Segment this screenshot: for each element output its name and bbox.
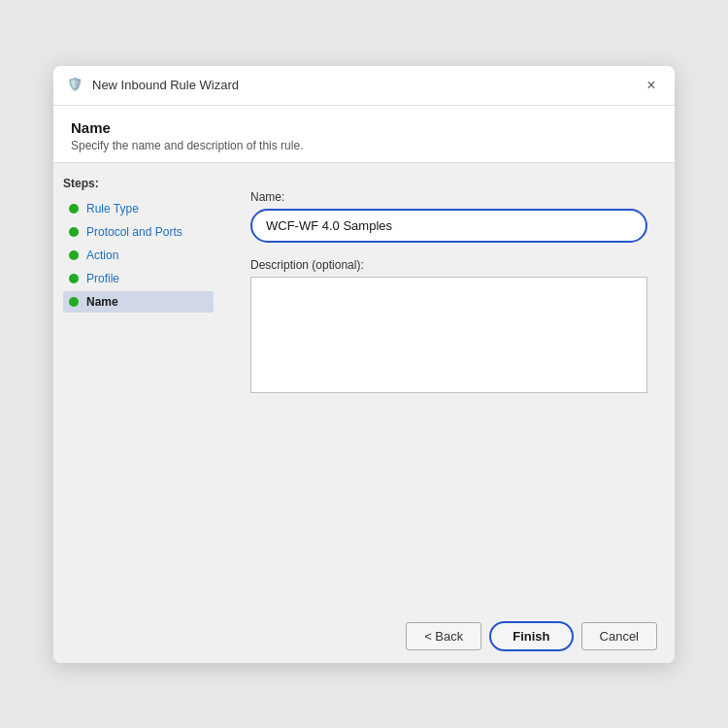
description-textarea[interactable]	[250, 277, 647, 393]
dialog-footer: < Back Finish Cancel	[53, 610, 675, 663]
name-input[interactable]	[250, 209, 647, 243]
wizard-dialog: 🛡️ New Inbound Rule Wizard × Name Specif…	[53, 66, 675, 663]
sidebar-item-label-protocol: Protocol and Ports	[86, 225, 182, 239]
description-label: Description (optional):	[250, 258, 647, 272]
steps-label: Steps:	[63, 177, 214, 190]
page-title: Name	[71, 119, 657, 136]
back-button[interactable]: < Back	[406, 622, 481, 650]
app-icon: 🛡️	[67, 77, 84, 94]
close-button[interactable]: ×	[642, 76, 661, 95]
sidebar-item-label-profile: Profile	[86, 272, 119, 285]
dialog-header: Name Specify the name and description of…	[53, 106, 675, 163]
page-subtitle: Specify the name and description of this…	[71, 139, 657, 152]
name-label: Name:	[250, 190, 647, 204]
finish-button[interactable]: Finish	[489, 621, 573, 651]
dialog-body: Steps: Rule Type Protocol and Ports Acti…	[53, 163, 675, 610]
sidebar-item-label-action: Action	[86, 248, 118, 262]
sidebar-item-protocol-and-ports[interactable]: Protocol and Ports	[63, 221, 214, 243]
sidebar-item-rule-type[interactable]: Rule Type	[63, 198, 214, 219]
sidebar-item-profile[interactable]: Profile	[63, 268, 214, 289]
sidebar-item-label-name: Name	[86, 295, 118, 309]
cancel-button[interactable]: Cancel	[581, 622, 657, 650]
sidebar: Steps: Rule Type Protocol and Ports Acti…	[53, 163, 223, 610]
step-dot-profile	[69, 274, 79, 283]
step-dot-rule-type	[69, 204, 79, 214]
sidebar-item-action[interactable]: Action	[63, 245, 214, 266]
sidebar-item-name[interactable]: Name	[63, 291, 214, 313]
step-dot-action	[69, 250, 79, 260]
main-content: Name: Description (optional):	[223, 163, 675, 610]
dialog-title: New Inbound Rule Wizard	[92, 78, 642, 92]
titlebar: 🛡️ New Inbound Rule Wizard ×	[53, 66, 675, 106]
description-form-group: Description (optional):	[250, 258, 647, 396]
name-form-group: Name:	[250, 190, 647, 243]
step-dot-protocol	[69, 227, 79, 237]
sidebar-item-label-rule-type: Rule Type	[86, 202, 139, 215]
step-dot-name	[69, 297, 79, 307]
